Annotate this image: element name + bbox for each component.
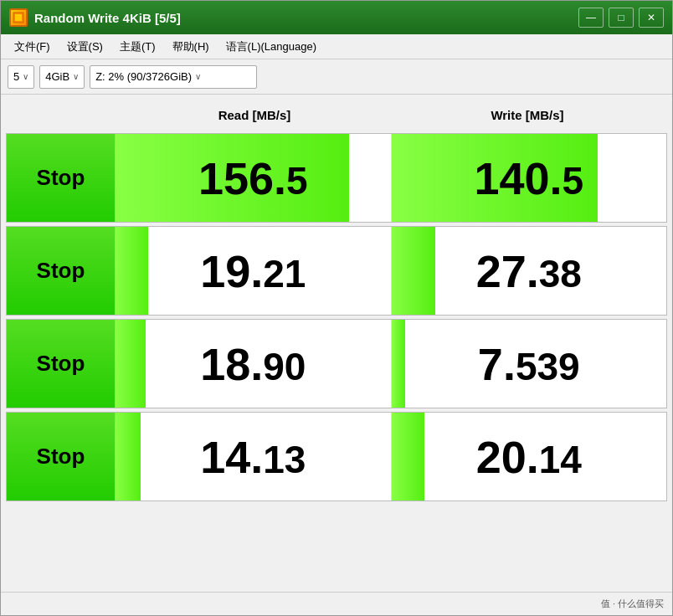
write-cell-4: 20.14: [392, 413, 667, 501]
window-controls: — □ ✕: [578, 8, 664, 28]
close-button[interactable]: ✕: [639, 8, 664, 28]
column-headers-row: Read [MB/s] Write [MB/s]: [6, 100, 667, 130]
write-int-1: 140.: [474, 152, 562, 204]
col-headers: Read [MB/s] Write [MB/s]: [118, 108, 664, 122]
maximize-button[interactable]: □: [609, 8, 634, 28]
status-text: 值 · 什么值得买: [601, 598, 664, 610]
write-value-3: 7.539: [478, 338, 580, 390]
read-dec-1: 5: [286, 158, 308, 203]
write-cell-2: 27.38: [392, 227, 667, 315]
count-value: 5: [13, 70, 19, 83]
window-title: Random Write 4KiB [5/5]: [34, 11, 578, 25]
data-cells-3: 18.90 7.539: [116, 320, 666, 408]
read-int-1: 156.: [198, 152, 286, 204]
read-bar-2: [116, 227, 148, 315]
data-row-4: Stop 14.13 20.14: [6, 412, 667, 501]
write-dec-1: 5: [563, 158, 584, 203]
write-value-1: 140.5: [474, 152, 583, 204]
write-int-4: 20.: [476, 431, 539, 483]
write-dec-4: 14: [539, 437, 582, 482]
read-int-3: 18.: [200, 338, 263, 390]
minimize-button[interactable]: —: [578, 8, 604, 28]
write-dec-3: 539: [516, 344, 580, 389]
drive-arrow: ∨: [195, 72, 201, 81]
status-bar: 值 · 什么值得买: [1, 592, 672, 615]
data-cells-4: 14.13 20.14: [116, 413, 666, 501]
write-cell-3: 7.539: [392, 320, 667, 408]
read-value-3: 18.90: [200, 338, 306, 390]
data-row-1: Stop 156.5 140.5: [6, 133, 667, 223]
read-dec-2: 21: [263, 251, 306, 296]
write-int-3: 7.: [478, 338, 516, 390]
main-content: Read [MB/s] Write [MB/s] Stop 156.5 140.…: [1, 95, 672, 592]
read-cell-4: 14.13: [116, 413, 392, 501]
count-arrow: ∨: [23, 72, 28, 81]
stop-button-2[interactable]: Stop: [7, 227, 116, 315]
write-dec-2: 38: [539, 251, 582, 296]
menu-settings[interactable]: 设置(S): [60, 38, 110, 56]
title-bar: Random Write 4KiB [5/5] — □ ✕: [1, 1, 672, 34]
menu-help[interactable]: 帮助(H): [166, 38, 216, 56]
read-value-2: 19.21: [200, 245, 306, 297]
app-icon: [9, 8, 28, 27]
menu-language[interactable]: 语言(L)(Language): [219, 38, 323, 56]
drive-dropdown[interactable]: Z: 2% (90/3726GiB) ∨: [90, 65, 257, 89]
stop-button-4[interactable]: Stop: [7, 413, 116, 501]
read-value-1: 156.5: [198, 152, 308, 204]
toolbar: 5 ∨ 4GiB ∨ Z: 2% (90/3726GiB) ∨: [1, 59, 672, 95]
menu-file[interactable]: 文件(F): [8, 38, 57, 56]
data-cells-2: 19.21 27.38: [116, 227, 666, 315]
read-header: Read [MB/s]: [118, 108, 391, 122]
data-row-2: Stop 19.21 27.38: [6, 226, 667, 316]
stop-button-1[interactable]: Stop: [7, 134, 116, 222]
drive-value: Z: 2% (90/3726GiB): [95, 70, 192, 83]
svg-rect-1: [15, 14, 22, 21]
read-cell-3: 18.90: [116, 320, 392, 408]
read-bar-3: [116, 320, 146, 408]
size-value: 4GiB: [45, 70, 69, 83]
write-bar-4: [392, 413, 424, 501]
size-dropdown[interactable]: 4GiB ∨: [39, 65, 85, 89]
size-arrow: ∨: [73, 72, 79, 81]
write-cell-1: 140.5: [392, 134, 667, 222]
menu-bar: 文件(F) 设置(S) 主题(T) 帮助(H) 语言(L)(Language): [1, 34, 672, 59]
read-dec-3: 90: [263, 344, 306, 389]
write-int-2: 27.: [476, 245, 539, 297]
write-bar-3: [392, 320, 405, 408]
read-value-4: 14.13: [200, 431, 306, 483]
write-bar-2: [392, 227, 436, 315]
read-dec-4: 13: [263, 437, 306, 482]
read-cell-1: 156.5: [116, 134, 392, 222]
count-dropdown[interactable]: 5 ∨: [8, 65, 34, 89]
write-value-4: 20.14: [476, 431, 582, 483]
write-header: Write [MB/s]: [391, 108, 664, 122]
menu-theme[interactable]: 主题(T): [113, 38, 162, 56]
read-int-2: 19.: [200, 245, 263, 297]
write-value-2: 27.38: [476, 245, 582, 297]
stop-button-3[interactable]: Stop: [7, 320, 116, 408]
read-bar-4: [116, 413, 141, 501]
data-row-3: Stop 18.90 7.539: [6, 319, 667, 408]
data-cells-1: 156.5 140.5: [116, 134, 666, 222]
read-cell-2: 19.21: [116, 227, 392, 315]
read-int-4: 14.: [200, 431, 263, 483]
main-window: Random Write 4KiB [5/5] — □ ✕ 文件(F) 设置(S…: [0, 0, 673, 616]
